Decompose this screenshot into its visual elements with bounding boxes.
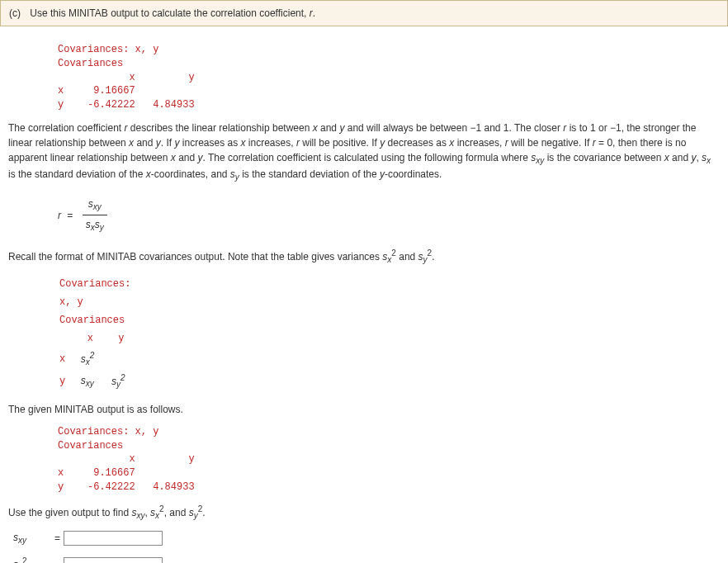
sxy-input[interactable]	[64, 531, 163, 546]
explanation-paragraph: The correlation coefficient r describes …	[8, 121, 720, 184]
find-values-prompt: Use the given output to find sxy, sx2, a…	[8, 503, 720, 522]
recall-paragraph: Recall the format of MINITAB covariances…	[8, 247, 720, 266]
part-label: (c)	[9, 7, 21, 19]
content-area: Covariances: x, y Covariances x y x 9.16…	[0, 26, 728, 563]
minitab-output-2: Covariances: x, y Covariances x y x 9.16…	[58, 425, 720, 494]
input-row-sx2: sx2 =	[13, 555, 720, 563]
minitab-format-table: Covariances: x, y Covariances xy xsx2 ys…	[58, 274, 142, 394]
part-header: (c) Use this MINITAB output to calculate…	[0, 0, 728, 26]
minitab-output-1: Covariances: x, y Covariances x y x 9.16…	[58, 43, 720, 112]
input-row-sxy: sxy =	[13, 530, 720, 546]
given-output-intro: The given MINITAB output is as follows.	[8, 402, 720, 417]
part-question-tail: .	[313, 7, 315, 19]
part-question-text: Use this MINITAB output to calculate the…	[30, 7, 309, 19]
correlation-formula: r = sxy sxsy	[58, 196, 720, 234]
sx2-input[interactable]	[64, 557, 163, 563]
